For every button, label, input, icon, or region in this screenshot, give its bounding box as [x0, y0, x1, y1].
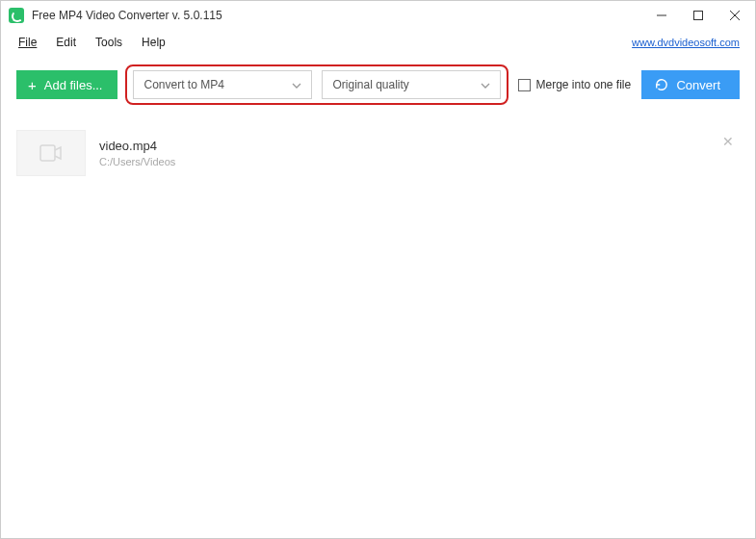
menu-file[interactable]: File: [9, 32, 46, 53]
merge-checkbox[interactable]: Merge into one file: [518, 78, 631, 91]
file-path: C:/Users/Videos: [99, 156, 175, 167]
website-link[interactable]: www.dvdvideosoft.com: [632, 37, 740, 48]
menu-help[interactable]: Help: [132, 32, 175, 53]
plus-icon: +: [28, 77, 37, 93]
svg-rect-4: [40, 145, 55, 161]
file-name: video.mp4: [99, 139, 175, 153]
refresh-icon: [655, 78, 668, 91]
highlight-annotation: Convert to MP4 Original quality: [125, 64, 508, 105]
toolbar: + Add files... Convert to MP4 Original q…: [1, 55, 755, 118]
title-bar: Free MP4 Video Converter v. 5.0.115: [1, 1, 755, 30]
format-dropdown[interactable]: Convert to MP4: [133, 70, 312, 99]
convert-label: Convert: [676, 78, 720, 92]
chevron-down-icon: [481, 78, 490, 91]
file-row[interactable]: video.mp4 C:/Users/Videos ✕: [7, 122, 749, 184]
add-files-button[interactable]: + Add files...: [16, 70, 117, 99]
minimize-button[interactable]: [643, 2, 680, 29]
menu-bar: File Edit Tools Help www.dvdvideosoft.co…: [1, 30, 755, 55]
convert-button[interactable]: Convert: [641, 70, 740, 99]
svg-rect-1: [694, 12, 703, 20]
quality-value: Original quality: [332, 78, 408, 91]
file-list: video.mp4 C:/Users/Videos ✕: [1, 118, 755, 538]
close-icon: ✕: [722, 134, 734, 149]
format-value: Convert to MP4: [143, 78, 223, 91]
add-files-label: Add files...: [44, 78, 103, 92]
merge-label: Merge into one file: [535, 78, 631, 91]
close-button[interactable]: [717, 2, 753, 29]
quality-dropdown[interactable]: Original quality: [322, 70, 501, 99]
file-info: video.mp4 C:/Users/Videos: [99, 139, 175, 167]
remove-file-button[interactable]: ✕: [717, 132, 740, 151]
menu-tools[interactable]: Tools: [86, 32, 132, 53]
app-icon: [9, 8, 24, 23]
video-thumbnail: [16, 130, 86, 176]
maximize-button[interactable]: [680, 2, 717, 29]
chevron-down-icon: [292, 78, 301, 91]
checkbox-box: [518, 79, 531, 91]
menu-edit[interactable]: Edit: [46, 32, 86, 53]
video-icon: [39, 144, 63, 162]
window-title: Free MP4 Video Converter v. 5.0.115: [32, 9, 643, 22]
